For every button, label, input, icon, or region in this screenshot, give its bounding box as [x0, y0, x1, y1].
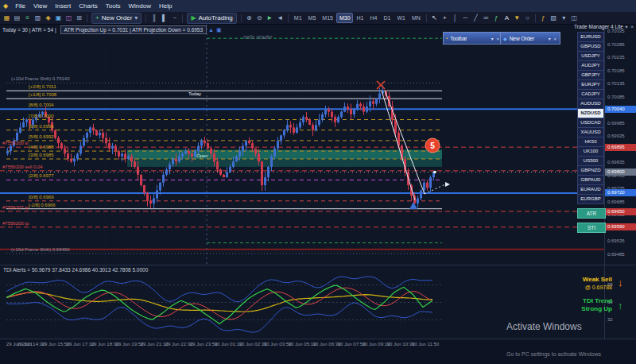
sti-button[interactable]: STI — [577, 223, 606, 233]
floating-toolbar-window[interactable]: ▪ Toolbar ▾ × — [443, 32, 503, 45]
vertical-line-icon[interactable]: │ — [450, 14, 460, 23]
indicators-icon[interactable]: ƒ — [538, 14, 548, 23]
timeframe-m5[interactable]: M5 — [305, 13, 319, 23]
trendline-icon[interactable]: ╱ — [471, 14, 480, 23]
line-chart-icon[interactable]: ~ — [170, 14, 180, 23]
symbol-button-euraud[interactable]: EURAUD — [577, 184, 604, 195]
candles — [6, 85, 435, 208]
time-axis-label: 30 Jun 03:50 — [264, 342, 292, 347]
symbol-button-audusd[interactable]: AUDUSD — [577, 99, 604, 109]
arrow-tool-icon[interactable]: ▼ — [512, 14, 522, 23]
svg-text:5: 5 — [430, 141, 435, 150]
chart-shift-icon[interactable]: ◄ — [275, 14, 285, 23]
atr-button[interactable]: ATR — [577, 208, 606, 219]
candlestick-icon[interactable]: ▌ — [160, 14, 169, 23]
time-axis-label: 30 Jun 05:10 — [289, 342, 316, 347]
price-level-label: [8/8] 0.7004 — [29, 103, 54, 108]
price-level-label: (+10d Frame Shift) 0.69490 — [11, 247, 70, 253]
menu-window[interactable]: Window — [125, 0, 155, 12]
floating-toolbar-close-icon[interactable]: ▾ × — [491, 36, 500, 41]
menu-view[interactable]: View — [29, 0, 51, 12]
menu-file[interactable]: File — [11, 0, 29, 12]
navigator-icon[interactable]: ◈ — [44, 14, 53, 23]
shapes-icon[interactable]: ○ — [522, 14, 532, 23]
channel-icon[interactable]: ═ — [481, 14, 491, 23]
cursor-icon[interactable]: ↖ — [429, 14, 439, 23]
timeframe-h4[interactable]: H4 — [367, 13, 380, 23]
app-icon: ◆ — [3, 2, 8, 10]
sell-signal-icon — [377, 81, 385, 89]
floating-new-order-close-icon[interactable]: ▾ × — [549, 36, 557, 41]
bar-chart-icon[interactable]: ║ — [149, 14, 159, 23]
timeframe-mn[interactable]: MN — [409, 13, 423, 23]
chart-watermark: neils reader — [243, 34, 273, 40]
crosshair-icon[interactable]: + — [440, 14, 449, 23]
menu-tools[interactable]: Tools — [102, 0, 125, 12]
trendline-right[interactable] — [385, 91, 425, 194]
chart-window-controls[interactable]: ▲▣ — [208, 27, 224, 33]
projection-arrow-icon — [445, 182, 450, 187]
atr-info-text: Today = 30 | ATR = 54 | — [2, 27, 56, 33]
chart-area[interactable]: 5 Today = 30 | ATR = 54 | ATR Projection… — [0, 24, 604, 265]
timeframe-h1[interactable]: H1 — [354, 13, 366, 23]
timeframe-m30[interactable]: M30 — [336, 13, 353, 23]
symbol-button-nzdusd[interactable]: NZDUSD — [577, 108, 604, 118]
toolbar-separator — [87, 14, 87, 22]
market-watch-icon[interactable]: ≡ — [23, 14, 33, 23]
price-level-label: [+2/8] 0.7011 — [29, 84, 56, 90]
up-arrow-icon: ↑ — [618, 300, 623, 312]
zoom-in-icon[interactable]: ⊕ — [244, 14, 254, 23]
scroll-up-icon[interactable]: ▲ — [208, 27, 216, 33]
strategy-tester-icon[interactable]: ◫ — [64, 14, 74, 23]
menu-help[interactable]: Help — [155, 0, 176, 12]
trade-label: #7556200 sell 0.04 — [2, 165, 43, 170]
menu-bar: ◆ FileViewInsertChartsToolsWindowHelp — [0, 0, 636, 13]
trade-label: #7556207 tp — [2, 205, 29, 211]
time-axis[interactable]: 29 Jun 202129 Jun 14:3029 Jun 15:5029 Ju… — [0, 339, 636, 350]
signal-block: Weak Sell @ 0.69788 TDI Trend Strong Up — [561, 276, 612, 313]
symbol-button-gbpusd[interactable]: GBPUSD — [577, 41, 604, 52]
sell-arrow-icon: ↓ — [618, 277, 623, 288]
autotrading-button[interactable]: ▶AutoTrading — [187, 13, 236, 24]
profiles-icon[interactable]: ▤ — [13, 14, 22, 23]
time-axis-label: 30 Jun 02:30 — [239, 342, 267, 347]
terminal-icon[interactable]: ▣ — [54, 14, 64, 23]
floating-new-order-window[interactable]: ◆ New Order ▾ × — [500, 32, 560, 45]
trade-manager-panel: Trade Manager 4 Lite ▾ × EURUSDGBPUSDUSD… — [574, 24, 636, 233]
trade-manager-close-icon[interactable]: ▾ × — [625, 24, 634, 30]
menu-charts[interactable]: Charts — [75, 0, 102, 12]
metaeditor-icon[interactable]: ⊞ — [75, 14, 84, 23]
templates-icon[interactable]: ▧ — [549, 14, 558, 23]
demand-zone-lower[interactable] — [127, 159, 442, 167]
trendline-left[interactable] — [382, 91, 415, 200]
auto-scroll-icon[interactable]: ► — [265, 14, 274, 23]
price-level-label: (+10d Frame Shift) 0.70140 — [11, 76, 70, 82]
fibonacci-icon[interactable]: ƒ — [491, 14, 501, 23]
timeframe-w1[interactable]: W1 — [394, 13, 409, 23]
tdi-header: TDI Alerts = 50.9679 37.8433 24.6986 40.… — [3, 267, 148, 273]
symbol-button-usdcad[interactable]: USDCAD — [577, 118, 604, 128]
zoom-out-icon[interactable]: ⊖ — [254, 14, 264, 23]
window-tile-icon[interactable]: ◫ — [569, 14, 579, 23]
price-level-label: [3/8] 0.6985 — [29, 153, 54, 158]
time-axis-label: 29 Jun 17:10 — [67, 342, 95, 347]
new-order-button[interactable]: +New Order▾ — [91, 13, 142, 24]
symbol-button-gbpaud[interactable]: GBPAUD — [577, 175, 604, 185]
symbol-button-eurusd[interactable]: EURUSD — [577, 32, 604, 42]
symbol-button-xauusd[interactable]: XAUUSD — [577, 127, 604, 137]
price-level-label: [6/8] 0.6996 — [29, 124, 54, 130]
timeframe-m1[interactable]: M1 — [291, 13, 304, 23]
horizontal-line-icon[interactable]: ─ — [460, 14, 470, 23]
timeframe-list-icon[interactable]: ▾ — [559, 14, 568, 23]
time-axis-label: 29 Jun 23:50 — [190, 342, 218, 347]
symbol-button-gbpnzd[interactable]: GBPNZD — [577, 165, 604, 176]
dock-icon[interactable]: ▣ — [216, 27, 224, 33]
data-window-icon[interactable]: ▥ — [33, 14, 43, 23]
symbol-button-eurgbp[interactable]: EURGBP — [577, 194, 604, 204]
new-chart-icon[interactable]: ▦ — [2, 14, 12, 23]
menu-insert[interactable]: Insert — [51, 0, 75, 12]
activate-windows-subtext: Go to PC settings to activate Windows — [506, 351, 601, 357]
timeframe-m15[interactable]: M15 — [320, 13, 336, 23]
text-icon[interactable]: A — [502, 14, 511, 23]
timeframe-d1[interactable]: D1 — [381, 13, 394, 23]
